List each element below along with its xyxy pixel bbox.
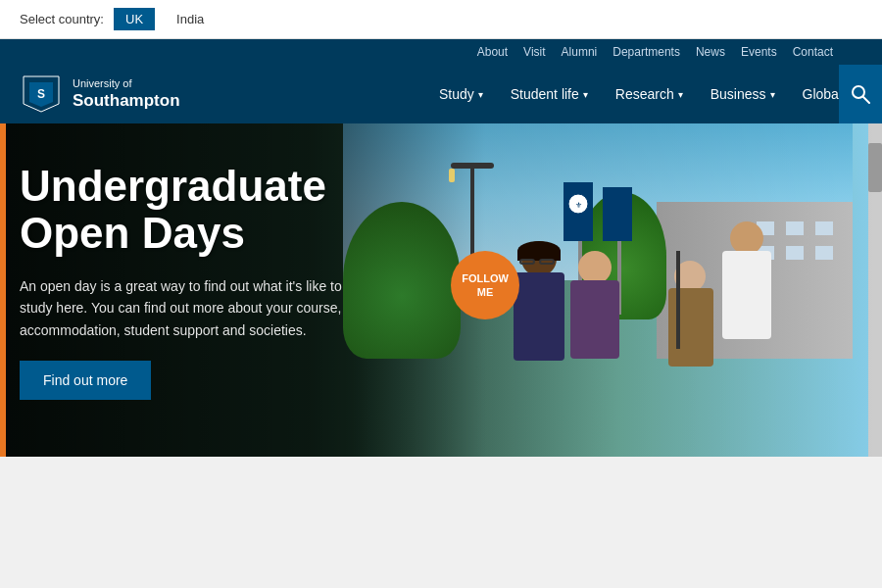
- hero-title: Undergraduate Open Days: [20, 163, 392, 258]
- utility-nav-news[interactable]: News: [696, 45, 725, 59]
- follow-me-line2: ME: [477, 285, 494, 299]
- hero-description: An open day is a great way to find out w…: [20, 275, 343, 341]
- follow-me-line1: FOLLOW: [462, 271, 509, 285]
- university-logo: S: [20, 73, 63, 116]
- main-header: S University of Southampton Study ▾ Stud…: [0, 65, 882, 123]
- country-india-button[interactable]: India: [165, 8, 216, 30]
- hero-section: ⚜: [0, 123, 882, 457]
- nav-study[interactable]: Study ▾: [427, 65, 495, 123]
- hero-accent-bar: [0, 123, 6, 457]
- logo-text: University of Southampton: [73, 76, 180, 112]
- svg-text:⚜: ⚜: [575, 201, 582, 210]
- logo-name: Southampton: [73, 90, 180, 112]
- nav-student-life-label: Student life: [511, 86, 579, 102]
- utility-nav-visit[interactable]: Visit: [523, 45, 545, 59]
- follow-me-sign: FOLLOW ME: [451, 251, 519, 319]
- svg-text:S: S: [37, 87, 45, 101]
- nav-business-label: Business: [710, 86, 766, 102]
- hero-cta-button[interactable]: Find out more: [20, 361, 151, 400]
- utility-nav: About Visit Alumni Departments News Even…: [0, 39, 882, 65]
- nav-study-chevron: ▾: [478, 89, 483, 100]
- logo-university-of: University of: [73, 76, 180, 90]
- utility-nav-departments[interactable]: Departments: [612, 45, 680, 59]
- nav-global-label: Global: [803, 86, 842, 102]
- utility-nav-events[interactable]: Events: [741, 45, 777, 59]
- hero-crowd: ⚜: [343, 163, 853, 457]
- logo-link[interactable]: S University of Southampton: [20, 73, 180, 116]
- country-bar: Select country: UK India: [0, 0, 882, 39]
- nav-student-life-chevron: ▾: [583, 89, 588, 100]
- nav-student-life[interactable]: Student life ▾: [499, 65, 600, 123]
- search-button[interactable]: [839, 65, 882, 123]
- nav-study-label: Study: [439, 86, 474, 102]
- nav-business[interactable]: Business ▾: [699, 65, 787, 123]
- search-icon: [851, 84, 870, 104]
- primary-nav: Study ▾ Student life ▾ Research ▾ Busine…: [427, 65, 862, 123]
- utility-nav-about[interactable]: About: [477, 45, 508, 59]
- country-label: Select country:: [20, 12, 104, 26]
- nav-research-chevron: ▾: [678, 89, 683, 100]
- nav-research-label: Research: [615, 86, 674, 102]
- hero-content: Undergraduate Open Days An open day is a…: [20, 163, 392, 400]
- nav-business-chevron: ▾: [770, 89, 775, 100]
- svg-point-1: [853, 86, 864, 98]
- nav-research[interactable]: Research ▾: [604, 65, 695, 123]
- svg-line-2: [863, 97, 869, 103]
- country-uk-button[interactable]: UK: [114, 8, 155, 30]
- utility-nav-alumni[interactable]: Alumni: [562, 45, 598, 59]
- utility-nav-contact[interactable]: Contact: [793, 45, 833, 59]
